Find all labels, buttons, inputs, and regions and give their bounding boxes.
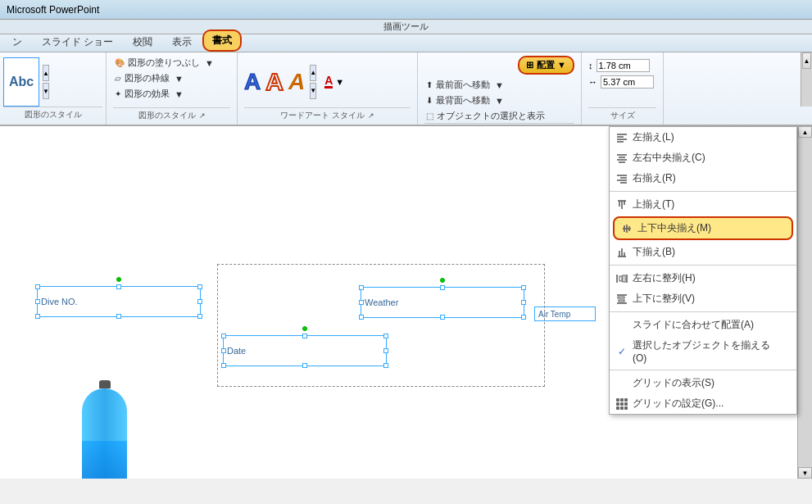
wordart-expand-icon[interactable]: ↗ [368, 111, 374, 120]
handle-br-date[interactable] [383, 363, 388, 368]
shape-dive-no[interactable]: Dive NO. [37, 286, 201, 317]
fill-arrow: ▼ [205, 58, 214, 68]
handle-mr-diveno[interactable] [197, 299, 202, 304]
font-color-btn[interactable]: A ▼ [324, 75, 344, 89]
handle-green-date[interactable] [302, 326, 307, 331]
selection-group [217, 264, 545, 387]
tab-format[interactable]: 書式 [202, 30, 242, 52]
title-bar: Microsoft PowerPoint [0, 0, 812, 20]
handle-bl-diveno[interactable] [35, 314, 40, 319]
handle-ml-diveno[interactable] [35, 299, 40, 304]
bring-front-label: 最前面へ移動 [436, 79, 490, 91]
scroll-down-btn[interactable]: ▼ [43, 83, 49, 99]
arrange-btn[interactable]: ⊞ 配置 ▼ [518, 56, 574, 75]
handle-ml-weather[interactable] [359, 300, 364, 305]
menu-distribute-v[interactable]: 上下に整列(V) [610, 288, 796, 309]
menu-align-selected[interactable]: ✓ 選択したオブジェクトを揃える(O) [610, 335, 796, 367]
tab-slideshow[interactable]: スライド ショー [33, 32, 122, 52]
handle-br-diveno[interactable] [197, 314, 202, 319]
distribute-h-icon [615, 271, 629, 286]
scroll-down-arrow[interactable]: ▼ [798, 467, 812, 479]
send-back-arrow: ▼ [495, 96, 504, 106]
handle-br-weather[interactable] [521, 315, 526, 320]
handle-tr-diveno[interactable] [197, 284, 202, 289]
handle-tl-weather[interactable] [359, 285, 364, 290]
bring-to-front-btn[interactable]: ⬆ 最前面へ移動 ▼ [424, 78, 574, 92]
handle-tl-diveno[interactable] [35, 284, 40, 289]
shape-dive-no-label: Dive NO. [41, 297, 78, 306]
shape-weather-label: Weather [365, 297, 398, 307]
bring-front-arrow: ▼ [495, 80, 504, 90]
handle-mr-weather[interactable] [521, 300, 526, 305]
menu-distribute-h[interactable]: 左右に整列(H) [610, 268, 796, 288]
tab-n[interactable]: ン [3, 32, 31, 52]
arrange-icon: ⊞ [526, 60, 533, 70]
handle-tr-date[interactable] [383, 334, 388, 338]
ribbon-scrollbar[interactable]: ▲ [801, 52, 812, 107]
menu-grid-settings-label: グリッドの設定(G)... [633, 397, 724, 411]
menu-align-right[interactable]: 右揃え(R) [610, 168, 796, 188]
handle-bm-date[interactable] [302, 363, 307, 368]
handle-mr-date[interactable] [383, 348, 388, 353]
handle-green-divenol[interactable] [116, 277, 121, 282]
menu-grid-settings[interactable]: グリッドの設定(G)... [610, 393, 796, 414]
align-bottom-icon [615, 245, 629, 260]
fill-btn[interactable]: 🎨 図形の塗りつぶし ▼ [113, 56, 230, 70]
handle-tm-weather[interactable] [440, 285, 445, 290]
menu-align-to-slide-label: スライドに合わせて配置(A) [633, 318, 754, 332]
align-right-icon [615, 171, 629, 186]
menu-align-top-label: 上揃え(T) [633, 198, 674, 211]
tab-review[interactable]: 校閲 [124, 32, 161, 52]
scroll-up-arrow[interactable]: ▲ [798, 126, 812, 138]
shape-weather[interactable]: Weather [361, 287, 524, 318]
menu-align-center-h[interactable]: 左右中央揃え(C) [610, 148, 796, 168]
menu-align-bottom[interactable]: 下揃え(B) [610, 242, 796, 262]
handle-tl-date[interactable] [221, 334, 226, 338]
wordart-scroll-up[interactable]: ▲ [310, 65, 316, 81]
height-label: ↕ [588, 61, 593, 70]
menu-align-left[interactable]: 左揃え(L) [610, 127, 796, 148]
menu-align-center-h-label: 左右中央揃え(C) [633, 151, 705, 165]
menu-align-to-slide[interactable]: スライドに合わせて配置(A) [610, 315, 796, 335]
width-input[interactable] [601, 75, 654, 89]
handle-tm-date[interactable] [302, 334, 307, 338]
handle-bm-diveno[interactable] [116, 314, 121, 319]
border-icon: ▱ [115, 74, 121, 83]
align-left-icon [615, 130, 629, 145]
handle-bm-weather[interactable] [440, 315, 445, 320]
select-objects-btn[interactable]: ⬚ オブジェクトの選択と表示 [424, 109, 574, 123]
svg-rect-27 [623, 275, 625, 282]
shape-date[interactable]: Date [223, 335, 387, 366]
ribbon-scroll-up[interactable]: ▲ [802, 52, 811, 69]
shape-air-temp[interactable]: Air Temp [534, 306, 596, 321]
handle-tr-weather[interactable] [521, 285, 526, 290]
handle-ml-date[interactable] [221, 348, 226, 353]
main-scrollbar[interactable]: ▲ ▼ [797, 126, 812, 479]
drawing-tools-label: 描画ツール [383, 20, 429, 33]
menu-show-grid[interactable]: グリッドの表示(S) [610, 373, 796, 393]
effect-arrow: ▼ [175, 89, 184, 99]
handle-tm-diveno[interactable] [116, 284, 121, 289]
separator-3 [610, 311, 796, 312]
scroll-up-btn[interactable]: ▲ [43, 65, 49, 81]
width-label: ↔ [588, 77, 597, 87]
menu-align-top[interactable]: 上揃え(T) [610, 194, 796, 215]
align-top-icon [615, 198, 629, 212]
menu-align-middle-v-label: 上下中央揃え(M) [637, 221, 711, 235]
menu-align-middle-v[interactable]: 上下中央揃え(M) [613, 216, 793, 240]
align-center-h-icon [615, 151, 629, 166]
effect-btn[interactable]: ✦ 図形の効果 ▼ [113, 87, 230, 101]
handle-bl-weather[interactable] [359, 315, 364, 320]
shape-style-section: 🎨 図形の塗りつぶし ▼ ▱ 図形の枠線 ▼ ✦ 図形の効果 ▼ 図形のスタイル… [107, 52, 238, 125]
tab-view[interactable]: 表示 [163, 32, 201, 52]
wordart-scroll-down[interactable]: ▼ [310, 83, 316, 99]
grid-settings-icon [615, 397, 629, 411]
height-input[interactable] [597, 59, 650, 72]
handle-bl-date[interactable] [221, 363, 226, 368]
handle-green-weather[interactable] [440, 278, 445, 283]
align-to-slide-icon [615, 318, 629, 333]
select-objects-icon: ⬚ [426, 111, 433, 120]
shape-style-expand-icon[interactable]: ↗ [199, 111, 206, 120]
send-to-back-btn[interactable]: ⬇ 最背面へ移動 ▼ [424, 93, 574, 107]
border-btn[interactable]: ▱ 図形の枠線 ▼ [113, 71, 230, 85]
